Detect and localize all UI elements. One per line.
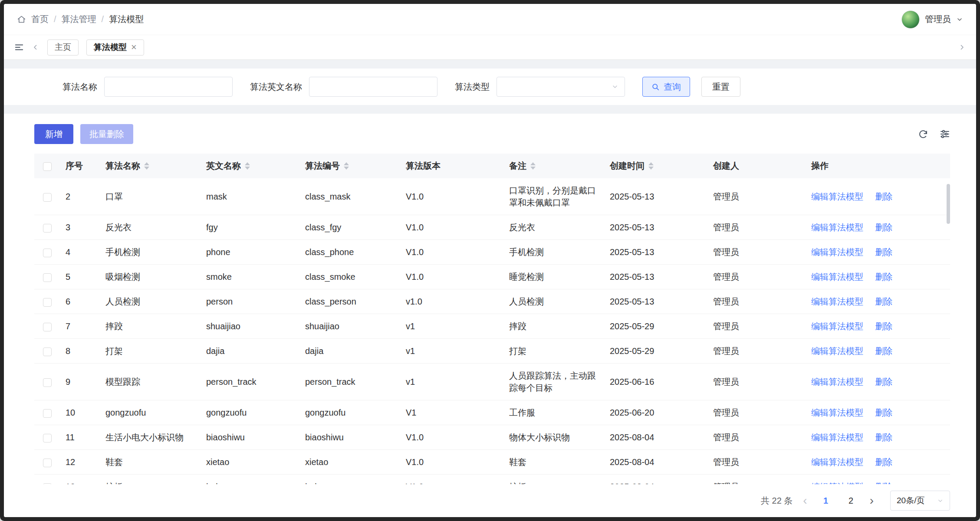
edit-model-link[interactable]: 编辑算法模型 (811, 377, 863, 387)
page-size-select[interactable]: 20条/页 (890, 491, 950, 511)
filter-name: 算法名称 (62, 77, 233, 97)
prev-page-icon[interactable]: ‹ (801, 495, 809, 507)
sort-icon[interactable] (648, 162, 654, 170)
algorithm-en-name-input[interactable] (309, 77, 437, 97)
sort-icon[interactable] (245, 162, 250, 170)
edit-model-link[interactable]: 编辑算法模型 (811, 482, 863, 484)
column-header-creator: 创建人 (708, 154, 806, 178)
edit-model-link[interactable]: 编辑算法模型 (811, 457, 863, 467)
delete-link[interactable]: 删除 (875, 223, 893, 232)
cell-index: 6 (60, 289, 100, 314)
edit-model-link[interactable]: 编辑算法模型 (811, 247, 863, 257)
page-number-2[interactable]: 2 (843, 496, 859, 506)
row-checkbox[interactable] (43, 298, 52, 307)
vertical-scrollbar[interactable] (947, 184, 950, 224)
filter-en-name-label: 算法英文名称 (250, 81, 302, 93)
row-checkbox[interactable] (43, 193, 52, 202)
column-header-code[interactable]: 算法编号 (300, 154, 401, 178)
user-menu[interactable]: 管理员 (901, 10, 963, 29)
row-checkbox[interactable] (43, 434, 52, 442)
edit-model-link[interactable]: 编辑算法模型 (811, 192, 863, 201)
delete-link[interactable]: 删除 (875, 346, 893, 356)
column-label: 创建时间 (610, 160, 645, 172)
delete-link[interactable]: 删除 (875, 247, 893, 257)
row-checkbox[interactable] (43, 378, 52, 387)
row-checkbox[interactable] (43, 224, 52, 233)
sort-icon[interactable] (344, 162, 349, 170)
cell-remark: 人员跟踪算法，主动跟踪每个目标 (504, 364, 605, 400)
row-checkbox[interactable] (43, 273, 52, 282)
page-number-1[interactable]: 1 (818, 496, 834, 506)
select-all-checkbox[interactable] (43, 162, 52, 171)
delete-link[interactable]: 删除 (875, 272, 893, 282)
edit-model-link[interactable]: 编辑算法模型 (811, 346, 863, 356)
page-size-value: 20条/页 (897, 495, 924, 506)
cell-version: V1.0 (401, 215, 504, 240)
sort-icon[interactable] (530, 162, 536, 170)
row-checkbox[interactable] (43, 459, 52, 467)
cell-index: 4 (60, 240, 100, 265)
cell-remark: 摔跤 (504, 314, 605, 339)
cell-creator: 管理员 (708, 450, 806, 475)
cell-version: v1 (401, 364, 504, 400)
edit-model-link[interactable]: 编辑算法模型 (811, 272, 863, 282)
reset-button-label: 重置 (712, 81, 730, 93)
row-checkbox[interactable] (43, 483, 52, 484)
cell-version: V1.0 (401, 475, 504, 485)
delete-link[interactable]: 删除 (875, 192, 893, 201)
tabs-scroll-left-icon[interactable] (32, 43, 39, 51)
table-row: 10 gongzuofu gongzuofu gongzuofu V1 工作服 … (34, 400, 950, 425)
cell-code: class_phone (300, 240, 401, 265)
algorithm-name-input[interactable] (104, 77, 233, 97)
row-select-cell (34, 450, 60, 475)
delete-link[interactable]: 删除 (875, 321, 893, 331)
cell-remark: 人员检测 (504, 289, 605, 314)
column-header-created[interactable]: 创建时间 (605, 154, 708, 178)
cell-actions: 编辑算法模型 删除 (806, 364, 950, 400)
batch-delete-button-label: 批量删除 (89, 128, 124, 140)
breadcrumb: 首页 / 算法管理 / 算法模型 (17, 13, 144, 25)
column-header-name[interactable]: 算法名称 (100, 154, 201, 178)
column-header-remark[interactable]: 备注 (504, 154, 605, 178)
cell-remark: 打架 (504, 339, 605, 364)
cell-code: person_track (300, 364, 401, 400)
delete-link[interactable]: 删除 (875, 457, 893, 467)
breadcrumb-item-algorithm-mgmt[interactable]: 算法管理 (62, 13, 96, 25)
column-settings-icon[interactable] (940, 129, 950, 139)
table-header-row: 序号 算法名称 英文名称 算法编号 算法版本 备注 创建时间 创建人 操作 (34, 154, 950, 178)
cell-remark: 睡觉检测 (504, 265, 605, 289)
reset-button[interactable]: 重置 (701, 77, 740, 97)
algorithm-type-select[interactable] (497, 77, 625, 97)
tab-algorithm-model[interactable]: 算法模型 × (86, 39, 144, 56)
tabs-scroll-right-icon[interactable] (958, 43, 966, 51)
delete-link[interactable]: 删除 (875, 433, 893, 442)
edit-model-link[interactable]: 编辑算法模型 (811, 433, 863, 442)
edit-model-link[interactable]: 编辑算法模型 (811, 321, 863, 331)
row-checkbox[interactable] (43, 347, 52, 356)
refresh-icon[interactable] (918, 129, 928, 139)
tab-home[interactable]: 主页 (47, 39, 79, 56)
sort-icon[interactable] (144, 162, 149, 170)
tab-close-icon[interactable]: × (131, 43, 137, 52)
batch-delete-button[interactable]: 批量删除 (80, 124, 133, 144)
edit-model-link[interactable]: 编辑算法模型 (811, 408, 863, 417)
delete-link[interactable]: 删除 (875, 297, 893, 306)
delete-link[interactable]: 删除 (875, 377, 893, 387)
next-page-icon[interactable]: › (868, 495, 875, 507)
delete-link[interactable]: 删除 (875, 482, 893, 484)
search-button[interactable]: 查询 (642, 77, 690, 97)
row-select-cell (34, 400, 60, 425)
cell-version: V1 (401, 400, 504, 425)
filter-name-label: 算法名称 (62, 81, 97, 93)
add-button[interactable]: 新增 (34, 124, 73, 144)
edit-model-link[interactable]: 编辑算法模型 (811, 223, 863, 232)
cell-index: 7 (60, 314, 100, 339)
menu-fold-icon[interactable] (14, 43, 24, 52)
column-header-en-name[interactable]: 英文名称 (201, 154, 300, 178)
edit-model-link[interactable]: 编辑算法模型 (811, 297, 863, 306)
row-checkbox[interactable] (43, 323, 52, 331)
row-checkbox[interactable] (43, 249, 52, 257)
row-checkbox[interactable] (43, 409, 52, 418)
breadcrumb-item-home[interactable]: 首页 (31, 13, 49, 25)
delete-link[interactable]: 删除 (875, 408, 893, 417)
